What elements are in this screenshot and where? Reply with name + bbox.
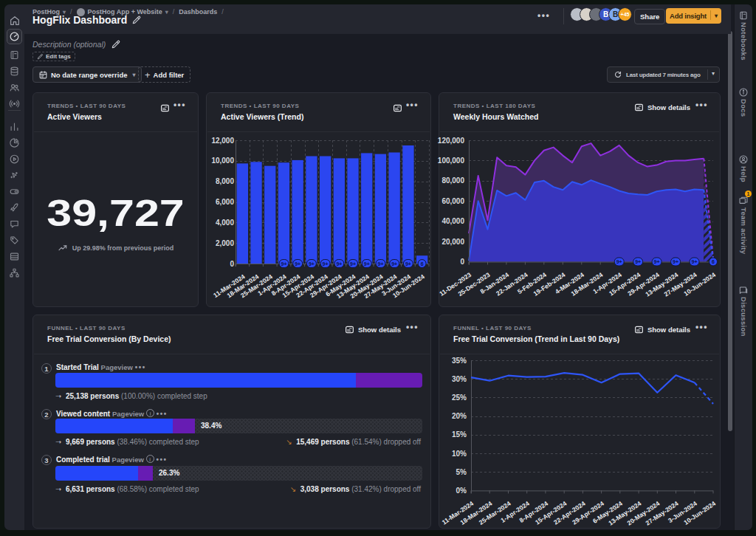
svg-text:9+: 9+ xyxy=(405,261,411,267)
svg-text:10%: 10% xyxy=(452,450,467,458)
svg-text:20%: 20% xyxy=(452,412,467,420)
svg-text:20,000: 20,000 xyxy=(441,238,464,246)
svg-text:120,000: 120,000 xyxy=(438,137,465,145)
svg-text:0%: 0% xyxy=(456,487,467,495)
svg-text:10,000: 10,000 xyxy=(211,157,234,165)
svg-text:9+: 9+ xyxy=(391,261,397,267)
svg-text:60,000: 60,000 xyxy=(441,197,464,205)
svg-text:40,000: 40,000 xyxy=(441,217,464,225)
svg-text:0: 0 xyxy=(460,258,464,266)
svg-text:9+: 9+ xyxy=(635,259,641,264)
svg-text:9+: 9+ xyxy=(350,261,356,267)
svg-text:25%: 25% xyxy=(452,394,467,402)
svg-text:4,000: 4,000 xyxy=(216,219,234,227)
svg-text:9+: 9+ xyxy=(309,261,315,267)
svg-text:9+: 9+ xyxy=(364,261,370,267)
svg-text:9+: 9+ xyxy=(281,261,287,267)
svg-text:6,000: 6,000 xyxy=(216,198,234,206)
svg-text:6: 6 xyxy=(421,261,424,267)
svg-text:9+: 9+ xyxy=(295,261,300,267)
svg-text:15%: 15% xyxy=(452,430,467,439)
svg-text:9+: 9+ xyxy=(673,259,678,264)
svg-text:80,000: 80,000 xyxy=(441,176,464,185)
svg-text:9+: 9+ xyxy=(323,261,329,267)
svg-text:0: 0 xyxy=(230,260,234,268)
svg-text:9+: 9+ xyxy=(692,259,698,264)
svg-text:12,000: 12,000 xyxy=(211,137,234,145)
svg-text:9+: 9+ xyxy=(616,259,622,264)
svg-text:9+: 9+ xyxy=(654,259,660,264)
svg-text:6: 6 xyxy=(712,259,715,264)
svg-text:8,000: 8,000 xyxy=(216,177,234,185)
svg-text:5%: 5% xyxy=(456,468,467,476)
svg-text:30%: 30% xyxy=(452,375,467,383)
svg-text:9+: 9+ xyxy=(336,261,342,267)
svg-text:100,000: 100,000 xyxy=(438,157,465,165)
svg-text:2,000: 2,000 xyxy=(216,239,234,247)
svg-text:35%: 35% xyxy=(452,357,467,365)
svg-text:9+: 9+ xyxy=(378,261,384,267)
